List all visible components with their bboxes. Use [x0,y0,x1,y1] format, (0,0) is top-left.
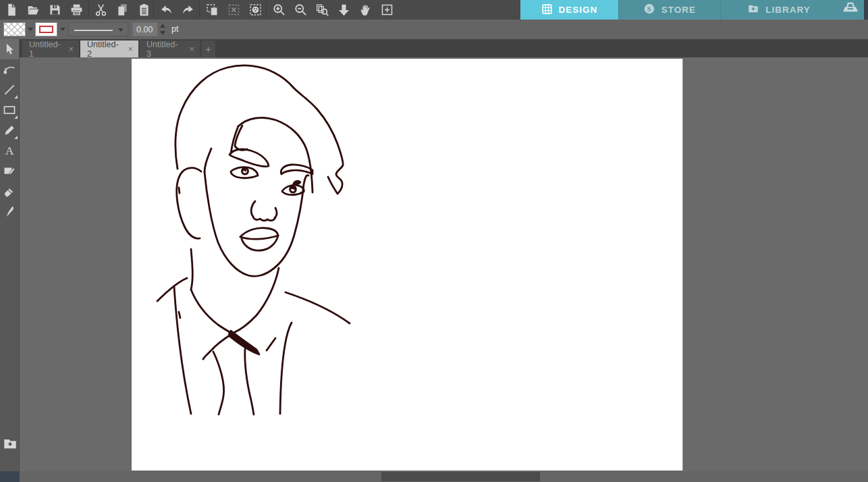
tool-text[interactable]: A [0,140,19,161]
zoom-out-button[interactable] [290,1,310,19]
flyout-indicator [14,95,18,99]
paste-button[interactable] [134,1,154,19]
tab-store-label: STORE [661,5,696,15]
tab-store[interactable]: S STORE [618,0,720,20]
store-badge-icon-wrap: S [643,3,655,17]
library-download-icon-wrap [3,436,18,454]
artwork-mouth-middle [240,236,278,239]
rectangle-tool-icon [3,103,16,117]
artwork-shoulder-left [157,278,187,301]
tool-draw-rectangle[interactable] [0,100,19,120]
open-file-button[interactable] [23,1,43,19]
new-document-tab-button[interactable]: + [201,41,215,57]
delete-selection-button[interactable] [223,1,244,19]
artwork-fringe-sweep [238,117,313,192]
horizontal-scrollbar-thumb[interactable] [381,472,540,481]
artwork-hair-outline [175,65,343,194]
tool-edit-points[interactable] [0,59,19,80]
zoom-selection-icon [315,3,329,17]
tool-freehand[interactable] [0,120,19,140]
stepper-up-arrow[interactable] [160,24,165,28]
tab-design[interactable]: DESIGN [520,0,618,20]
scrollbar-corner [0,471,20,482]
artwork-ear [177,168,201,239]
line-art-portrait[interactable] [132,59,682,471]
tool-select[interactable] [0,39,19,59]
close-tab-icon[interactable]: × [128,45,133,53]
line-color-swatch[interactable] [35,22,57,36]
print-button[interactable] [66,1,86,19]
artwork-tie-left-edge [213,352,224,414]
cutter-machine-icon [842,0,859,18]
fill-color-dropdown-arrow[interactable] [28,28,33,31]
artwork-neck-left [191,249,192,290]
artwork-nose-right-side [275,208,277,218]
line-style-dropdown[interactable] [68,22,128,36]
main-toolbar [0,0,520,20]
cut-button[interactable] [90,1,111,19]
zoom-in-button[interactable] [269,1,289,19]
delete-selection-icon [227,3,241,17]
pan-button[interactable] [355,1,375,19]
eraser-tool-icon [3,184,16,198]
zoom-selection-button[interactable] [312,1,332,19]
send-to-machine-button[interactable] [837,0,864,20]
document-page[interactable] [132,59,683,471]
artwork-collar-left-v [191,290,231,333]
stroke-width-stepper[interactable] [160,23,167,36]
tool-knife[interactable] [0,201,19,221]
text-tool-icon: A [3,144,16,157]
paste-icon [137,3,151,17]
redo-icon [181,3,195,17]
artwork-ear-dash [179,188,180,193]
design-grid-icon-wrap [541,3,553,17]
pan-icon [358,3,373,17]
zoom-in-icon [272,3,286,17]
canvas-workspace[interactable] [20,57,868,471]
document-tab-label: Untitled-1 [29,40,61,59]
zoom-out-icon [294,3,308,17]
print-icon [70,3,84,17]
stepper-down-arrow[interactable] [160,31,165,35]
open-file-icon [26,3,40,17]
tool-eraser[interactable] [0,181,19,201]
tool-draw-line[interactable] [0,80,19,100]
undo-icon [159,3,173,17]
artwork-mouth-top [240,228,278,237]
horizontal-scrollbar[interactable] [0,471,868,482]
fit-to-page-button[interactable] [377,1,397,19]
library-folder-icon [747,3,759,15]
close-tab-icon[interactable]: × [68,45,74,53]
library-download-button[interactable] [1,437,18,452]
close-tab-icon[interactable]: × [189,45,194,53]
paste-special-button[interactable] [245,1,265,19]
paste-in-front-icon [205,3,219,17]
line-tool-icon [3,83,16,97]
new-document-button[interactable] [1,1,22,19]
document-tab-untitled-3[interactable]: Untitled-3× [140,41,200,57]
library-download-icon [3,436,18,451]
toolbar-separator [266,2,267,18]
document-tab-untitled-1[interactable]: Untitled-1× [22,41,79,57]
application-window: DESIGN S STORE LIBRARY pt [0,0,868,482]
undo-button[interactable] [156,1,176,19]
redo-button[interactable] [178,1,198,19]
document-tab-label: Untitled-2 [87,40,121,59]
cut-icon [94,3,108,17]
tool-sidebar: A [0,39,20,471]
select-arrow-icon [3,43,16,56]
paste-special-icon [248,3,263,17]
save-button[interactable] [45,1,65,19]
tab-library[interactable]: LIBRARY [720,0,837,20]
tool-notes[interactable] [0,161,19,181]
toolbar-separator [153,2,154,18]
document-tab-untitled-2[interactable]: Untitled-2× [80,41,138,57]
stroke-width-input[interactable] [132,22,158,36]
copy-button[interactable] [112,1,132,19]
fill-color-swatch[interactable] [3,22,26,36]
tab-library-label: LIBRARY [765,5,811,15]
paste-in-front-button[interactable] [202,1,222,19]
line-color-dropdown-arrow[interactable] [60,28,65,31]
zoom-drawing-button[interactable] [333,1,354,19]
options-bar: pt [0,20,868,39]
